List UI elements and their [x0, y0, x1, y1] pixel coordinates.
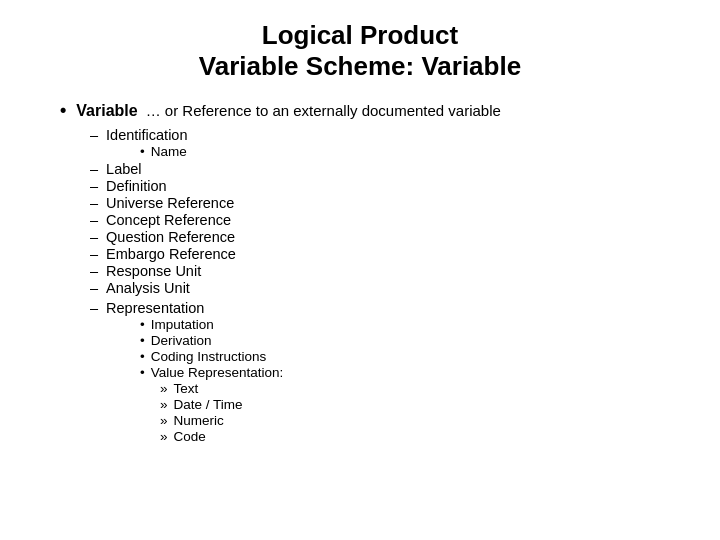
list-item: – Embargo Reference — [90, 246, 680, 262]
list-item: – Question Reference — [90, 229, 680, 245]
chevron-symbol: » — [160, 429, 168, 444]
item-label: Definition — [106, 178, 166, 194]
value-label: Numeric — [174, 413, 224, 428]
dash-symbol: – — [90, 280, 98, 296]
item-label: Concept Reference — [106, 212, 231, 228]
content: • Variable … or Reference to an external… — [40, 100, 680, 446]
sub-bullet-symbol: • — [140, 333, 145, 348]
item-label: Identification — [106, 127, 187, 143]
list-item: – Analysis Unit — [90, 280, 680, 296]
item-label: Response Unit — [106, 263, 201, 279]
variable-label: Variable — [76, 102, 137, 120]
sub-item-label: Imputation — [151, 317, 214, 332]
dash-symbol: – — [90, 195, 98, 211]
dash-symbol: – — [90, 229, 98, 245]
list-item: • Name — [140, 144, 680, 159]
list-item: – Label — [90, 161, 680, 177]
chevron-symbol: » — [160, 381, 168, 396]
item-label: Label — [106, 161, 141, 177]
list-item: » Numeric — [160, 413, 680, 428]
variable-description: … or Reference to an externally document… — [146, 102, 501, 119]
sub-item-label: Derivation — [151, 333, 212, 348]
list-item: » Code — [160, 429, 680, 444]
sub-item-label: Coding Instructions — [151, 349, 267, 364]
dash-symbol: – — [90, 127, 98, 143]
dash-symbol: – — [90, 161, 98, 177]
sub-bullet-symbol: • — [140, 349, 145, 364]
item-label: Universe Reference — [106, 195, 234, 211]
sub-item-label: Name — [151, 144, 187, 159]
sub-item-label: Value Representation: — [151, 365, 284, 380]
value-label: Code — [174, 429, 206, 444]
dash-symbol: – — [90, 246, 98, 262]
value-label: Text — [174, 381, 199, 396]
item-label: Question Reference — [106, 229, 235, 245]
chevron-symbol: » — [160, 413, 168, 428]
title-line2: Variable Scheme: Variable — [40, 51, 680, 82]
chevron-symbol: » — [160, 397, 168, 412]
list-item: – Identification — [90, 127, 680, 143]
list-item: • Imputation — [140, 317, 680, 332]
representation-item: – Representation — [90, 300, 680, 316]
dash-symbol: – — [90, 212, 98, 228]
list-item: • Value Representation: — [140, 365, 680, 380]
title-block: Logical Product Variable Scheme: Variabl… — [40, 20, 680, 82]
dash-list: – Identification • Name – Label – Defini… — [60, 127, 680, 444]
representation-section: – Representation • Imputation • Derivati… — [90, 300, 680, 444]
list-item: – Concept Reference — [90, 212, 680, 228]
item-label: Analysis Unit — [106, 280, 190, 296]
sub-bullet-symbol: • — [140, 365, 145, 380]
page: Logical Product Variable Scheme: Variabl… — [0, 0, 720, 540]
list-item: • Coding Instructions — [140, 349, 680, 364]
item-label: Embargo Reference — [106, 246, 236, 262]
list-item: » Text — [160, 381, 680, 396]
list-item: » Date / Time — [160, 397, 680, 412]
bullet-symbol: • — [60, 100, 66, 121]
dash-symbol: – — [90, 300, 98, 316]
value-rep-list: » Text » Date / Time » Numeric » — [140, 381, 680, 444]
sub-bullet-symbol: • — [140, 144, 145, 159]
title-line1: Logical Product — [40, 20, 680, 51]
list-item: – Universe Reference — [90, 195, 680, 211]
representation-label: Representation — [106, 300, 204, 316]
dash-symbol: – — [90, 178, 98, 194]
sub-bullet-list: • Name — [90, 144, 680, 159]
list-item: – Response Unit — [90, 263, 680, 279]
dash-symbol: – — [90, 263, 98, 279]
sub-bullet-symbol: • — [140, 317, 145, 332]
list-item: – Definition — [90, 178, 680, 194]
value-label: Date / Time — [174, 397, 243, 412]
rep-sub-list: • Imputation • Derivation • Coding Instr… — [90, 317, 680, 444]
list-item: • Derivation — [140, 333, 680, 348]
top-bullet: • Variable … or Reference to an external… — [60, 100, 680, 121]
